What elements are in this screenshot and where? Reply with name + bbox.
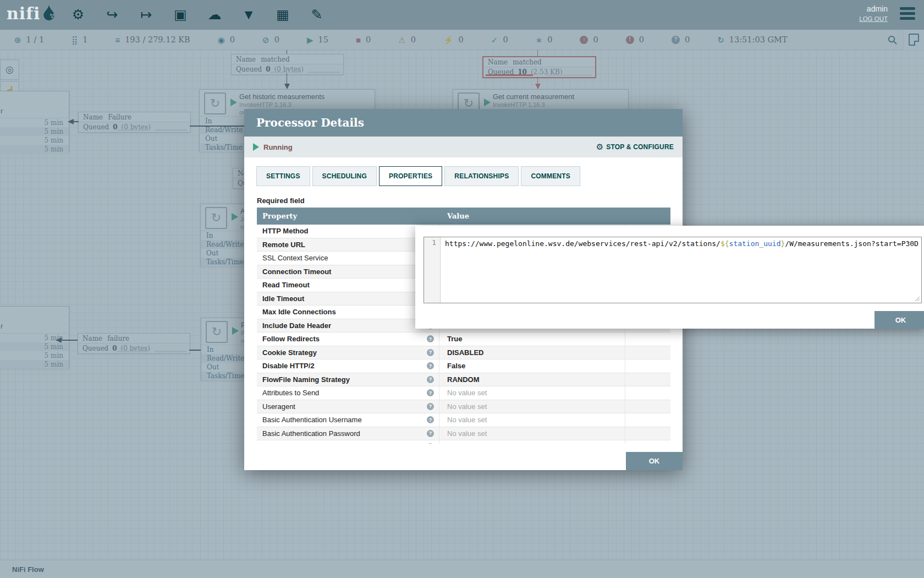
funnel-icon[interactable]: ▼ <box>239 4 258 24</box>
property-value-cell[interactable]: DISABLED <box>439 346 625 359</box>
dialog-status-row: Running ⚙ STOP & CONFIGURE <box>244 137 683 157</box>
value-column-header: Value <box>439 212 625 220</box>
help-icon[interactable]: ? <box>427 389 434 396</box>
editor-ok-button[interactable]: OK <box>875 311 924 329</box>
nifi-logo-drop-icon <box>42 3 56 23</box>
output-port-icon[interactable]: ↦ <box>136 4 156 24</box>
property-row: Disable HTTP/2 ? False <box>257 359 670 373</box>
processor-icon[interactable]: ⚙ <box>68 4 88 24</box>
label-icon[interactable]: ✎ <box>307 4 327 24</box>
property-value-cell[interactable]: RANDOM <box>439 373 625 386</box>
property-row: ? <box>257 440 670 444</box>
property-value-cell[interactable] <box>439 440 625 444</box>
properties-table-header: Property Value <box>257 208 670 225</box>
help-icon[interactable]: ? <box>427 430 434 437</box>
property-column-header: Property <box>257 212 439 220</box>
property-value-cell[interactable]: False <box>439 359 625 373</box>
help-icon[interactable]: ? <box>427 416 434 423</box>
dialog-tab[interactable]: SCHEDULING <box>312 166 377 186</box>
property-row: FlowFile Naming Strategy ? RANDOM <box>257 373 670 387</box>
gear-icon: ⚙ <box>596 142 603 152</box>
running-triangle-icon <box>253 143 259 151</box>
app-header: nifi ⚙↪↦▣☁▼▦✎ admin LOG OUT <box>0 0 924 30</box>
property-row: Attributes to Send ? No value set <box>257 386 670 400</box>
property-row: Useragent ? No value set <box>257 400 670 414</box>
property-value-cell[interactable]: No value set <box>439 386 625 400</box>
process-group-icon[interactable]: ▣ <box>170 4 190 24</box>
line-number-gutter: 1 <box>424 237 441 303</box>
help-icon[interactable]: ? <box>427 335 434 342</box>
help-icon[interactable]: ? <box>427 376 434 383</box>
global-menu-icon[interactable] <box>900 7 915 22</box>
dialog-title: Processor Details <box>256 116 364 129</box>
dialog-tab[interactable]: RELATIONSHIPS <box>444 166 519 186</box>
template-icon[interactable]: ▦ <box>273 4 293 24</box>
help-icon[interactable]: ? <box>427 443 434 444</box>
property-value-cell[interactable]: True <box>439 332 625 346</box>
stop-and-configure-button[interactable]: ⚙ STOP & CONFIGURE <box>596 142 674 152</box>
nifi-logo: nifi <box>7 3 56 23</box>
required-field-label: Required field <box>257 197 683 205</box>
nifi-app: nifi ⚙↪↦▣☁▼▦✎ admin LOG OUT ⊛ 1 / 1 ⣿ 1 … <box>0 0 924 578</box>
property-row: Follow Redirects ? True <box>257 332 670 346</box>
property-value-cell[interactable]: No value set <box>439 413 625 427</box>
expression-variable: station_uuid <box>729 239 781 248</box>
help-icon[interactable]: ? <box>427 362 434 369</box>
logout-link[interactable]: LOG OUT <box>859 15 888 22</box>
property-value-editor: 1 https://www.pegelonline.wsv.de/webserv… <box>415 226 924 329</box>
run-status-label: Running <box>263 143 293 151</box>
dialog-ok-button[interactable]: OK <box>626 452 683 470</box>
dialog-tab[interactable]: PROPERTIES <box>379 166 442 186</box>
nifi-logo-text: nifi <box>7 4 41 23</box>
help-icon[interactable]: ? <box>427 349 434 356</box>
property-row: Basic Authentication Username ? No value… <box>257 413 670 427</box>
dialog-tab[interactable]: COMMENTS <box>521 166 580 186</box>
current-user: admin <box>859 4 888 13</box>
editor-code-line: https://www.pegelonline.wsv.de/webservic… <box>441 237 921 303</box>
dialog-tab[interactable]: SETTINGS <box>256 166 310 186</box>
property-row: Cookie Strategy ? DISABLED <box>257 346 670 360</box>
property-value-cell[interactable]: No value set <box>439 427 625 440</box>
property-value-cell[interactable]: No value set <box>439 400 625 413</box>
help-icon[interactable]: ? <box>427 403 434 410</box>
dialog-header: Processor Details <box>244 109 683 137</box>
input-port-icon[interactable]: ↪ <box>102 4 122 24</box>
remote-process-group-icon[interactable]: ☁ <box>205 4 224 24</box>
value-editor-textarea[interactable]: 1 https://www.pegelonline.wsv.de/webserv… <box>424 237 922 303</box>
property-row: Basic Authentication Password ? No value… <box>257 427 670 441</box>
